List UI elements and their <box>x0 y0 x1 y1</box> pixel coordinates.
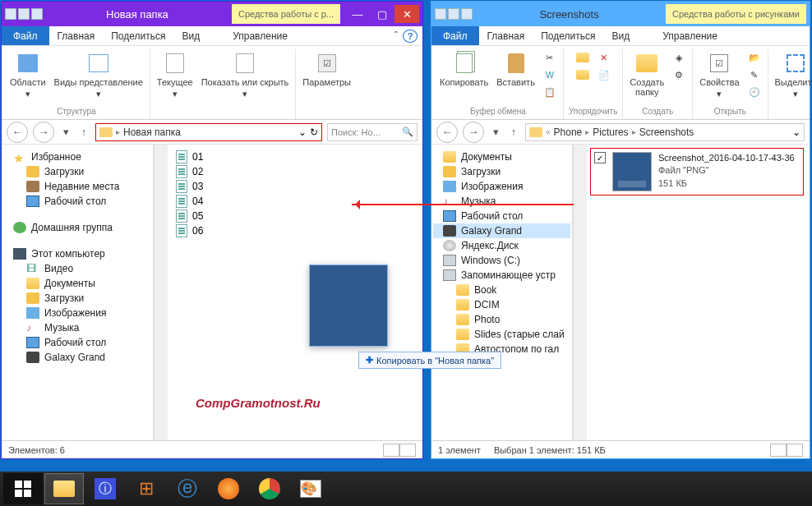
easy-access-button[interactable]: ⚙ <box>671 67 687 83</box>
nav-thispc[interactable]: Этот компьютер <box>3 246 151 261</box>
view-toggle[interactable] <box>770 444 803 457</box>
rename-button[interactable]: 📄 <box>596 67 612 83</box>
nav-galaxy[interactable]: Galaxy Grand <box>3 350 151 365</box>
select-button[interactable]: Выделить▾ <box>773 49 812 101</box>
taskbar-chrome[interactable] <box>250 473 289 504</box>
nav-pictures[interactable]: Изображения <box>433 179 570 194</box>
up-button[interactable]: ↑ <box>77 122 90 143</box>
views-button[interactable]: Виды представление▾ <box>53 49 145 101</box>
navigation-pane[interactable]: ★Избранное Загрузки Недавние места Рабоч… <box>2 145 154 440</box>
list-item[interactable]: 04 <box>176 194 414 209</box>
edit-button[interactable]: ✎ <box>746 67 763 83</box>
tab-home[interactable]: Главная <box>49 26 104 45</box>
tab-share[interactable]: Поделиться <box>103 26 173 45</box>
list-item[interactable]: 02 <box>176 164 414 179</box>
nav-homegroup[interactable]: Домашняя группа <box>3 220 151 235</box>
help-icon[interactable]: ? <box>403 30 418 43</box>
back-button[interactable]: ← <box>436 122 458 143</box>
panes-button[interactable]: Области▾ <box>8 49 48 101</box>
taskbar-ie[interactable]: ⓔ <box>168 473 207 504</box>
options-button[interactable]: ☑Параметры <box>301 49 353 89</box>
nav-video[interactable]: 🎞Видео <box>3 261 151 276</box>
titlebar[interactable]: Новая папка Средства работы с р... — ▢ ✕ <box>2 2 422 26</box>
up-button[interactable]: ↑ <box>507 122 520 143</box>
view-toggle[interactable] <box>383 444 416 457</box>
paste-button[interactable]: Вставить <box>495 49 537 89</box>
history-button[interactable]: 🕘 <box>746 84 763 100</box>
history-dropdown[interactable]: ▾ <box>489 122 502 143</box>
address-dropdown-icon[interactable]: ⌄ <box>298 126 307 138</box>
nav-desktop[interactable]: Рабочий стол <box>3 194 151 209</box>
nav-galaxy[interactable]: Galaxy Grand <box>433 223 570 238</box>
list-item[interactable]: 03 <box>176 179 414 194</box>
nav-downloads[interactable]: Загрузки <box>433 164 570 179</box>
tab-share[interactable]: Поделиться <box>533 26 603 45</box>
paste-shortcut-button[interactable]: 📋 <box>542 84 558 100</box>
forward-button[interactable]: → <box>33 122 54 143</box>
nav-favorites[interactable]: ★Избранное <box>3 150 151 164</box>
nav-recent[interactable]: Недавние места <box>3 179 151 194</box>
tab-file[interactable]: Файл <box>2 26 49 45</box>
history-dropdown[interactable]: ▾ <box>59 122 72 143</box>
nav-slides[interactable]: Slides (старые слай <box>433 327 570 342</box>
show-hide-button[interactable]: Показать или скрыть▾ <box>200 49 291 101</box>
checkbox-icon[interactable]: ✓ <box>594 152 606 163</box>
nav-winc[interactable]: Windows (C:) <box>433 253 570 268</box>
start-button[interactable] <box>3 473 43 504</box>
list-item[interactable]: 01 <box>176 150 414 164</box>
current-view-button[interactable]: Текущее▾ <box>155 49 195 101</box>
taskbar-explorer[interactable] <box>44 473 84 504</box>
tab-manage[interactable]: Управление <box>654 26 726 45</box>
nav-music[interactable]: ♪Музыка <box>433 194 570 209</box>
new-folder-button[interactable]: Создать папку <box>628 49 666 99</box>
minimize-button[interactable]: — <box>345 5 370 23</box>
navigation-pane[interactable]: Документы Загрузки Изображения ♪Музыка Р… <box>431 145 573 440</box>
nav-desktop2[interactable]: Рабочий стол <box>3 335 151 350</box>
nav-book[interactable]: Book <box>433 283 570 297</box>
copy-path-button[interactable]: W <box>542 67 558 83</box>
qat-icons[interactable] <box>5 8 43 20</box>
taskbar-firefox[interactable] <box>209 473 248 504</box>
back-button[interactable]: ← <box>7 122 28 143</box>
nav-downloads[interactable]: Загрузки <box>3 164 151 179</box>
search-input[interactable]: Поиск: Но...🔍 <box>327 123 418 141</box>
tab-view[interactable]: Вид <box>173 26 208 45</box>
nav-dcim[interactable]: DCIM <box>433 297 570 312</box>
nav-yadisk[interactable]: Яндекс.Диск <box>433 238 570 253</box>
nav-documents[interactable]: Документы <box>3 276 151 291</box>
tab-view[interactable]: Вид <box>603 26 638 45</box>
taskbar-paint[interactable]: 🎨 <box>291 473 330 504</box>
nav-desktop[interactable]: Рабочий стол <box>433 209 570 223</box>
address-field[interactable]: ▸ Новая папка ⌄↻ <box>95 123 322 141</box>
taskbar[interactable]: ⓘ ⊞ ⓔ 🎨 <box>0 472 812 506</box>
forward-button[interactable]: → <box>463 122 484 143</box>
cut-button[interactable]: ✂ <box>542 49 558 66</box>
address-dropdown-icon[interactable]: ⌄ <box>792 126 800 138</box>
copy-button[interactable]: Копировать <box>438 49 490 89</box>
open-button[interactable]: 📂 <box>746 49 763 66</box>
tab-file[interactable]: Файл <box>431 26 479 45</box>
nav-music[interactable]: ♪Музыка <box>3 320 151 335</box>
list-item[interactable]: 05 <box>176 209 414 223</box>
contextual-tab[interactable]: Средства работы с р... <box>232 4 340 24</box>
taskbar-app-1[interactable]: ⓘ <box>85 473 125 504</box>
file-list[interactable]: ✓ Screenshot_2016-04-10-17-43-36 Файл "P… <box>587 145 810 440</box>
delete-button[interactable]: ✕ <box>596 49 612 66</box>
nav-storage[interactable]: Запоминающее устр <box>433 268 570 283</box>
nav-downloads2[interactable]: Загрузки <box>3 291 151 306</box>
file-item-selected[interactable]: ✓ Screenshot_2016-04-10-17-43-36 Файл "P… <box>590 148 804 196</box>
titlebar[interactable]: Screenshots Средства работы с рисунками <box>431 2 810 26</box>
copy-to-button[interactable] <box>574 67 591 83</box>
move-button[interactable] <box>574 49 591 66</box>
tab-home[interactable]: Главная <box>479 26 533 45</box>
nav-photo[interactable]: Photo <box>433 312 570 327</box>
taskbar-app-2[interactable]: ⊞ <box>127 473 166 504</box>
nav-pictures[interactable]: Изображения <box>3 306 151 320</box>
tab-manage[interactable]: Управление <box>224 26 296 45</box>
maximize-button[interactable]: ▢ <box>370 5 394 23</box>
address-field[interactable]: « Phone▸ Pictures▸ Screenshots ⌄ <box>525 123 805 141</box>
nav-documents[interactable]: Документы <box>433 150 570 164</box>
list-item[interactable]: 06 <box>176 223 414 238</box>
new-item-button[interactable]: ◈ <box>671 49 687 66</box>
nav-scrollbar[interactable] <box>154 145 168 440</box>
